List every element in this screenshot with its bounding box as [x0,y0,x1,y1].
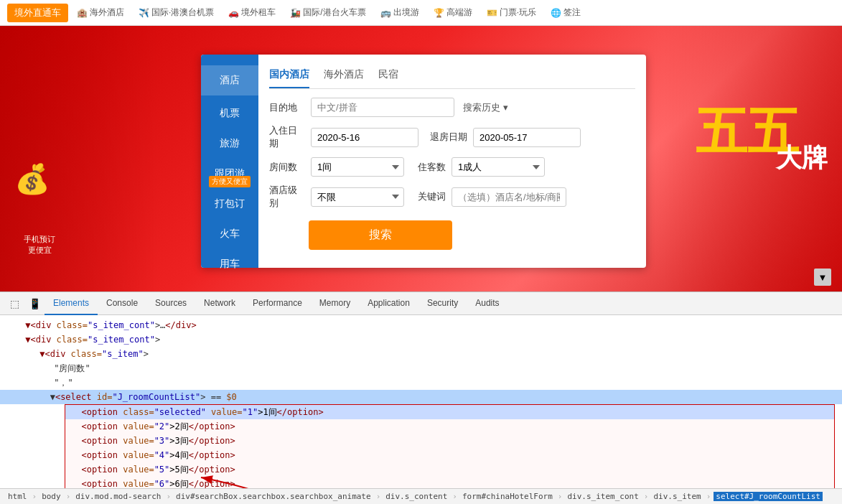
nav-premium-tour[interactable]: 🏆 高端游 [428,5,478,20]
nav-intl-train[interactable]: 🚂 国际/港台火车票 [284,5,371,20]
breadcrumb-search-box[interactable]: div#searchBox.searchbox.searchbox_animat… [174,492,373,501]
devtools-tab-bar: ⬚ 📱 Elements Console Sources Network Per… [0,292,842,315]
devtools-tab-application[interactable]: Application [359,292,418,315]
dates-row: 入住日期 退房日期 [269,124,635,150]
breadcrumb-body[interactable]: body [39,492,63,501]
nav-outbound[interactable]: 🚌 出境游 [375,5,425,20]
breadcrumb-mod-search[interactable]: div.mod.mod-search [73,492,163,501]
search-history-button[interactable]: 搜索历史 ▾ [463,101,508,114]
elem-line-5: "，" [0,375,842,390]
category-tour[interactable]: 旅游 [201,129,258,159]
elem-line-2: ▼<div class="s_item_cont"> [0,332,842,347]
dest-label: 目的地 [269,101,305,114]
devtools-tab-performance[interactable]: Performance [244,292,311,315]
annotation-arrow [179,470,323,488]
promo-text-brand: 大牌 [776,141,828,176]
breadcrumb-s-item-cont[interactable]: div.s_item_cont [565,492,640,501]
coin-decoration: 💰 [14,162,50,196]
option-selected: <option class="selected" value="1">1间</o… [65,405,834,419]
category-hotel[interactable]: 酒店 [201,65,258,95]
devtools-tab-sources[interactable]: Sources [146,292,195,315]
train-icon: 🚂 [290,8,301,18]
option-2: <option value="2">2间</option> [65,419,834,434]
nav-intl-flight[interactable]: ✈️ 国际·港澳台机票 [133,5,220,20]
category-car[interactable]: 用车 [201,249,258,279]
nav-overseas-hotel[interactable]: 🏨 海外酒店 [71,5,130,20]
search-form-area: 国内酒店 海外酒店 民宿 目的地 搜索历史 ▾ 入住日期 退房日期 [258,55,646,268]
rooms-select[interactable]: 1间 2间 3间 [311,157,404,177]
devtools-panel: ⬚ 📱 Elements Console Sources Network Per… [0,291,842,504]
keyword-label: 关键词 [410,190,446,203]
nav-visa[interactable]: 🌐 签注 [545,5,586,20]
bus-icon: 🚌 [380,8,391,18]
checkin-input[interactable] [311,128,418,147]
devtools-tab-audits[interactable]: Audits [467,292,507,315]
devtools-tab-elements[interactable]: Elements [45,292,98,315]
search-button[interactable]: 搜索 [309,220,452,250]
breadcrumb-html[interactable]: html [6,492,29,501]
grade-select[interactable]: 不限 五星 四星 [311,187,404,207]
hotel-search-box: 酒店 机票 旅游 跟团游 方便又便宜 打包订 火车 用车 [201,55,646,268]
tab-overseas-hotel[interactable]: 海外酒店 [324,65,364,88]
breadcrumb-s-content[interactable]: div.s_content [383,492,449,501]
devtools-mobile-icon[interactable]: 📱 [24,294,45,314]
rooms-guests-row: 房间数 1间 2间 3间 住客数 1成人 2成人 [269,157,635,177]
guests-label: 住客数 [410,161,446,174]
tab-homestay[interactable]: 民宿 [378,65,398,88]
category-group-tour[interactable]: 跟团游 方便又便宜 [201,159,258,189]
destination-row: 目的地 搜索历史 ▾ [269,98,635,117]
devtools-body: ▼<div class="s_item_cont">…</div> ▼<div … [0,315,842,488]
breadcrumb-select[interactable]: select#J_roomCountList [714,492,823,501]
phone-promo: 手机预订 更便宜 [11,234,68,256]
top-navigation: 境外直通车 🏨 海外酒店 ✈️ 国际·港澳台机票 🚗 境外租车 🚂 国际/港台火… [0,0,842,26]
checkout-input[interactable] [473,128,581,147]
option-3: <option value="3">3间</option> [65,434,834,448]
scroll-down-button[interactable]: ▼ [814,269,831,286]
car-icon: 🚗 [228,8,239,18]
nav-tickets[interactable]: 🎫 门票·玩乐 [481,5,542,20]
flight-icon: ✈️ [139,8,149,18]
grade-keyword-row: 酒店级别 不限 五星 四星 关键词 [269,184,635,210]
elem-line-3: ▼<div class="s_item"> [0,347,842,361]
guests-select[interactable]: 1成人 2成人 [452,157,545,177]
convenience-badge: 方便又便宜 [209,176,251,187]
hotel-type-tabs: 国内酒店 海外酒店 民宿 [269,65,635,89]
elem-line-select: ▼<select id="J_roomCountList"> == $0 [0,390,842,404]
devtools-tab-console[interactable]: Console [98,292,146,315]
category-package[interactable]: 打包订 [201,189,258,219]
devtools-footer: html › body › div.mod.mod-search › div#s… [0,488,842,504]
keyword-input[interactable] [452,187,566,207]
devtools-tab-security[interactable]: Security [418,292,467,315]
globe-icon: 🌐 [551,8,561,18]
grade-label: 酒店级别 [269,184,305,210]
elements-panel[interactable]: ▼<div class="s_item_cont">…</div> ▼<div … [0,315,842,488]
devtools-cursor-icon[interactable]: ⬚ [4,294,24,314]
breadcrumb-s-item[interactable]: div.s_item [651,492,703,501]
devtools-tab-memory[interactable]: Memory [311,292,359,315]
tab-domestic-hotel[interactable]: 国内酒店 [269,65,309,88]
ticket-icon: 🎫 [487,8,497,18]
nav-car-rental[interactable]: 🚗 境外租车 [223,5,281,20]
hotel-icon: 🏨 [77,8,88,18]
trophy-icon: 🏆 [434,8,444,18]
category-train[interactable]: 火车 [201,219,258,249]
checkout-label: 退房日期 [424,131,467,144]
dest-input[interactable] [311,98,454,117]
checkin-label: 入住日期 [269,124,305,150]
nav-active-item[interactable]: 境外直通车 [7,4,68,22]
elem-line-4: "房间数" [0,361,842,375]
search-button-row: 搜索 [269,217,635,250]
category-menu: 酒店 机票 旅游 跟团游 方便又便宜 打包订 火车 用车 [201,55,258,268]
category-flight[interactable]: 机票 [201,98,258,129]
devtools-tab-network[interactable]: Network [195,292,244,315]
elem-line-1: ▼<div class="s_item_cont">…</div> [0,318,842,332]
breadcrumb-form[interactable]: form#chinaHotelForm [460,492,555,501]
rooms-label: 房间数 [269,161,305,174]
option-4: <option value="4">4间</option> [65,448,834,462]
main-banner: 💰 手机预订 更便宜 五五 大牌 ▼ 酒店 机票 旅游 跟团游 方便又便宜 [0,26,842,291]
